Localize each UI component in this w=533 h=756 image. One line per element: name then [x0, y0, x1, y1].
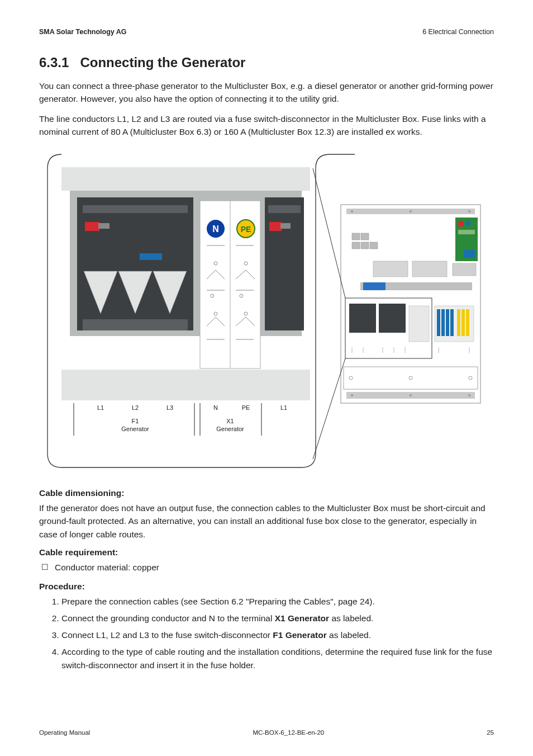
- pe-symbol: PE: [241, 225, 251, 234]
- section-heading: 6.3.1 Connecting the Generator: [39, 55, 494, 70]
- svg-rect-28: [265, 197, 304, 330]
- page-footer: Operating Manual MC-BOX-6_12-BE-en-20 25: [39, 729, 494, 736]
- svg-line-85: [313, 358, 345, 459]
- label-pe: PE: [242, 404, 250, 411]
- svg-rect-45: [458, 230, 475, 234]
- procedure-step-1: Prepare the connection cables (see Secti…: [61, 595, 494, 608]
- svg-rect-56: [363, 282, 386, 290]
- label-l1: L1: [97, 404, 104, 411]
- svg-rect-43: [458, 221, 464, 226]
- svg-rect-48: [361, 233, 369, 240]
- svg-rect-68: [466, 309, 469, 336]
- svg-rect-7: [140, 253, 162, 260]
- paragraph-1: You can connect a three-phase generator …: [39, 79, 494, 106]
- connection-diagram: N PE L1 L2 L3 N PE L1 F1 Generator: [39, 146, 494, 476]
- svg-rect-67: [461, 309, 465, 336]
- procedure-heading: Procedure:: [39, 582, 494, 592]
- svg-rect-51: [370, 242, 378, 249]
- header-company: SMA Solar Technology AG: [39, 28, 127, 36]
- procedure-list: Prepare the connection cables (see Secti…: [39, 595, 494, 672]
- svg-rect-53: [412, 261, 447, 277]
- svg-point-39: [351, 210, 353, 212]
- svg-point-78: [410, 394, 412, 396]
- svg-rect-6: [98, 223, 110, 229]
- svg-rect-50: [361, 242, 369, 249]
- cable-requirement-item: Conductor material: copper: [55, 561, 494, 575]
- cable-requirement-heading: Cable requirement:: [39, 547, 494, 557]
- x1-code: X1: [226, 418, 234, 424]
- svg-point-79: [468, 394, 470, 396]
- svg-rect-11: [83, 319, 188, 330]
- svg-rect-44: [466, 221, 470, 225]
- svg-rect-63: [441, 309, 445, 336]
- cable-dimensioning-heading: Cable dimensioning:: [39, 488, 494, 498]
- page-header: SMA Solar Technology AG 6 Electrical Con…: [39, 28, 494, 36]
- svg-point-41: [468, 210, 470, 212]
- footer-page-number: 25: [487, 729, 494, 736]
- svg-rect-1: [61, 167, 310, 191]
- svg-point-77: [351, 394, 353, 396]
- paragraph-2: The line conductors L1, L2 and L3 are ro…: [39, 112, 494, 139]
- svg-rect-52: [373, 261, 408, 277]
- svg-rect-62: [437, 309, 440, 336]
- svg-line-84: [313, 168, 345, 298]
- svg-rect-65: [450, 309, 454, 336]
- svg-rect-4: [83, 205, 188, 213]
- diagram-svg: N PE L1 L2 L3 N PE L1 F1 Generator: [39, 146, 486, 476]
- label-n: N: [213, 404, 218, 411]
- label-l1b: L1: [280, 404, 287, 411]
- svg-rect-59: [379, 304, 406, 333]
- header-chapter: 6 Electrical Connection: [422, 28, 494, 36]
- procedure-step-2: Connect the grounding conductor and N to…: [61, 612, 494, 625]
- svg-rect-31: [280, 223, 291, 229]
- svg-rect-64: [446, 309, 449, 336]
- svg-rect-66: [457, 309, 460, 336]
- cable-requirement-list: Conductor material: copper: [39, 561, 494, 575]
- procedure-step-3: Connect L1, L2 and L3 to the fuse switch…: [61, 629, 494, 642]
- svg-rect-46: [464, 250, 475, 258]
- label-l2: L2: [132, 404, 139, 411]
- footer-left: Operating Manual: [39, 729, 90, 736]
- svg-rect-32: [61, 370, 310, 400]
- n-symbol: N: [212, 224, 219, 234]
- svg-rect-49: [352, 242, 360, 249]
- svg-rect-47: [352, 233, 360, 240]
- f1-text: Generator: [121, 426, 149, 432]
- procedure-step-4: According to the type of cable routing a…: [61, 645, 494, 672]
- svg-rect-54: [453, 263, 476, 276]
- f1-code: F1: [132, 418, 139, 424]
- section-title-text: Connecting the Generator: [80, 55, 245, 70]
- svg-point-40: [410, 210, 412, 212]
- svg-rect-80: [344, 367, 478, 389]
- svg-rect-29: [268, 205, 301, 213]
- section-number: 6.3.1: [39, 55, 69, 70]
- footer-center: MC-BOX-6_12-BE-en-20: [253, 729, 324, 736]
- svg-rect-30: [269, 222, 282, 231]
- svg-rect-58: [349, 304, 376, 333]
- x1-text: Generator: [216, 426, 244, 432]
- svg-rect-5: [85, 222, 99, 231]
- svg-rect-60: [409, 306, 429, 342]
- cable-dimensioning-text: If the generator does not have an output…: [39, 502, 494, 541]
- label-l3: L3: [166, 404, 173, 411]
